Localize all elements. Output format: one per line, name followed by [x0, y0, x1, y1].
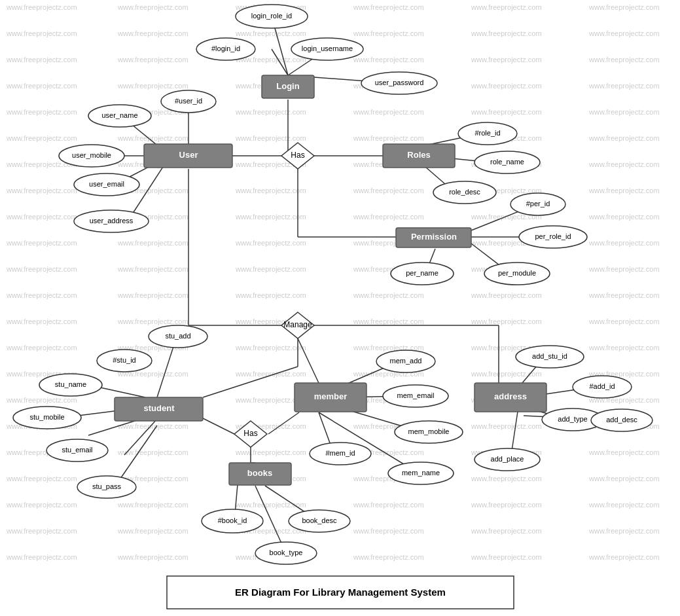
diagram-title: ER Diagram For Library Management System — [235, 587, 446, 598]
svg-text:www.freeprojectz.com: www.freeprojectz.com — [588, 344, 660, 352]
stu-pass-text: stu_pass — [92, 482, 122, 490]
user-label: User — [179, 150, 198, 160]
svg-text:www.freeprojectz.com: www.freeprojectz.com — [353, 134, 424, 142]
manage-label: Manage — [283, 320, 312, 329]
svg-text:www.freeprojectz.com: www.freeprojectz.com — [6, 29, 77, 37]
stu-mobile-text: stu_mobile — [29, 413, 64, 421]
add-desc-text: add_desc — [606, 416, 637, 424]
svg-text:www.freeprojectz.com: www.freeprojectz.com — [6, 108, 77, 116]
book-id-text: #book_id — [218, 516, 247, 524]
svg-text:www.freeprojectz.com: www.freeprojectz.com — [353, 317, 424, 325]
svg-text:www.freeprojectz.com: www.freeprojectz.com — [588, 29, 660, 37]
svg-text:www.freeprojectz.com: www.freeprojectz.com — [235, 370, 306, 378]
svg-text:www.freeprojectz.com: www.freeprojectz.com — [6, 82, 77, 90]
user-mobile-text: user_mobile — [72, 151, 111, 159]
svg-text:www.freeprojectz.com: www.freeprojectz.com — [6, 134, 77, 142]
svg-text:www.freeprojectz.com: www.freeprojectz.com — [117, 82, 188, 90]
svg-text:www.freeprojectz.com: www.freeprojectz.com — [471, 291, 542, 299]
has-label: Has — [291, 151, 304, 160]
svg-text:www.freeprojectz.com: www.freeprojectz.com — [353, 553, 424, 561]
add-id-text: #add_id — [589, 382, 615, 390]
svg-text:www.freeprojectz.com: www.freeprojectz.com — [471, 82, 542, 90]
svg-text:www.freeprojectz.com: www.freeprojectz.com — [353, 108, 424, 116]
svg-text:www.freeprojectz.com: www.freeprojectz.com — [6, 396, 77, 404]
login-id-text: #login_id — [211, 45, 240, 52]
svg-text:www.freeprojectz.com: www.freeprojectz.com — [353, 291, 424, 299]
mem-id-text: #mem_id — [325, 449, 355, 457]
svg-text:www.freeprojectz.com: www.freeprojectz.com — [235, 344, 306, 352]
add-type-text: add_type — [558, 415, 587, 423]
svg-text:www.freeprojectz.com: www.freeprojectz.com — [235, 134, 306, 142]
per-role-id-text: per_role_id — [535, 232, 571, 240]
svg-text:www.freeprojectz.com: www.freeprojectz.com — [6, 475, 77, 482]
svg-text:www.freeprojectz.com: www.freeprojectz.com — [471, 108, 542, 116]
mem-add-text: mem_add — [390, 357, 422, 365]
svg-text:www.freeprojectz.com: www.freeprojectz.com — [117, 501, 188, 509]
user-name-text: user_name — [101, 111, 137, 119]
user-id-text: #user_id — [175, 97, 202, 105]
svg-text:www.freeprojectz.com: www.freeprojectz.com — [588, 187, 660, 194]
has2-label: Has — [243, 429, 257, 438]
svg-text:www.freeprojectz.com: www.freeprojectz.com — [6, 213, 77, 221]
svg-line-166 — [202, 418, 234, 434]
svg-text:www.freeprojectz.com: www.freeprojectz.com — [117, 56, 188, 63]
svg-text:www.freeprojectz.com: www.freeprojectz.com — [588, 475, 660, 482]
per-module-text: per_module — [498, 269, 536, 277]
svg-text:www.freeprojectz.com: www.freeprojectz.com — [117, 527, 188, 535]
svg-text:www.freeprojectz.com: www.freeprojectz.com — [117, 291, 188, 299]
user-password-text: user_password — [375, 79, 424, 86]
address-label: address — [494, 391, 527, 401]
svg-text:www.freeprojectz.com: www.freeprojectz.com — [353, 501, 424, 509]
mem-email-text: mem_email — [397, 391, 435, 399]
per-id-text: #per_id — [526, 200, 550, 208]
svg-text:www.freeprojectz.com: www.freeprojectz.com — [235, 213, 306, 221]
svg-text:www.freeprojectz.com: www.freeprojectz.com — [117, 239, 188, 247]
svg-text:www.freeprojectz.com: www.freeprojectz.com — [471, 553, 542, 561]
svg-text:www.freeprojectz.com: www.freeprojectz.com — [471, 475, 542, 482]
permission-label: Permission — [411, 232, 457, 242]
book-desc-text: book_desc — [302, 516, 337, 524]
stu-add-text: stu_add — [165, 332, 190, 340]
svg-text:www.freeprojectz.com: www.freeprojectz.com — [588, 160, 660, 168]
svg-text:www.freeprojectz.com: www.freeprojectz.com — [353, 3, 424, 11]
svg-text:www.freeprojectz.com: www.freeprojectz.com — [6, 3, 77, 11]
svg-text:www.freeprojectz.com: www.freeprojectz.com — [588, 82, 660, 90]
svg-text:www.freeprojectz.com: www.freeprojectz.com — [117, 553, 188, 561]
svg-text:www.freeprojectz.com: www.freeprojectz.com — [6, 553, 77, 561]
svg-text:www.freeprojectz.com: www.freeprojectz.com — [6, 317, 77, 325]
svg-text:www.freeprojectz.com: www.freeprojectz.com — [471, 370, 542, 378]
svg-text:www.freeprojectz.com: www.freeprojectz.com — [588, 317, 660, 325]
svg-text:www.freeprojectz.com: www.freeprojectz.com — [353, 29, 424, 37]
svg-text:www.freeprojectz.com: www.freeprojectz.com — [235, 448, 306, 456]
svg-text:www.freeprojectz.com: www.freeprojectz.com — [117, 317, 188, 325]
member-label: member — [314, 391, 348, 401]
svg-text:www.freeprojectz.com: www.freeprojectz.com — [588, 291, 660, 299]
user-email-text: user_email — [89, 180, 124, 188]
svg-text:www.freeprojectz.com: www.freeprojectz.com — [588, 239, 660, 247]
svg-text:www.freeprojectz.com: www.freeprojectz.com — [117, 29, 188, 37]
stu-name-text: stu_name — [55, 380, 86, 388]
svg-text:www.freeprojectz.com: www.freeprojectz.com — [588, 553, 660, 561]
roles-label: Roles — [407, 150, 430, 160]
svg-text:www.freeprojectz.com: www.freeprojectz.com — [6, 239, 77, 247]
mem-name-text: mem_name — [402, 469, 440, 477]
svg-text:www.freeprojectz.com: www.freeprojectz.com — [588, 501, 660, 509]
svg-text:www.freeprojectz.com: www.freeprojectz.com — [353, 56, 424, 63]
svg-text:www.freeprojectz.com: www.freeprojectz.com — [6, 265, 77, 273]
svg-text:www.freeprojectz.com: www.freeprojectz.com — [588, 56, 660, 63]
svg-text:www.freeprojectz.com: www.freeprojectz.com — [6, 527, 77, 535]
login-username-text: login_username — [302, 45, 353, 52]
add-stu-id-text: add_stu_id — [532, 352, 567, 360]
per-name-text: per_name — [406, 269, 438, 277]
books-label: books — [247, 468, 272, 478]
svg-text:www.freeprojectz.com: www.freeprojectz.com — [235, 239, 306, 247]
svg-text:www.freeprojectz.com: www.freeprojectz.com — [353, 213, 424, 221]
svg-text:www.freeprojectz.com: www.freeprojectz.com — [6, 344, 77, 352]
svg-text:www.freeprojectz.com: www.freeprojectz.com — [588, 3, 660, 11]
add-place-text: add_place — [491, 455, 524, 463]
svg-text:www.freeprojectz.com: www.freeprojectz.com — [588, 265, 660, 273]
svg-text:www.freeprojectz.com: www.freeprojectz.com — [117, 3, 188, 11]
svg-text:www.freeprojectz.com: www.freeprojectz.com — [6, 56, 77, 63]
role-desc-text: role_desc — [449, 188, 480, 196]
role-id-text: #role_id — [474, 129, 500, 137]
